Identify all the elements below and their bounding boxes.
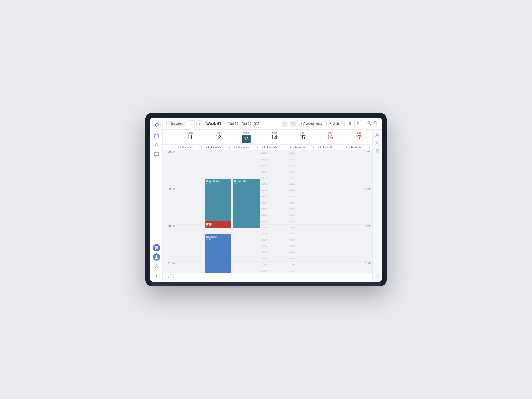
slot-mon-1040[interactable]	[176, 249, 204, 255]
chat-button[interactable]	[153, 244, 160, 251]
slot-sat-0940[interactable]	[316, 212, 344, 218]
slot-sat-1010[interactable]	[316, 231, 344, 237]
event-tue-operation[interactable]: Operation10:16	[205, 234, 232, 273]
slot-wed-0820[interactable]	[232, 163, 260, 169]
time-grid-scroll[interactable]: 08:0009:0010:0011:00Consultation08:46Bre…	[163, 150, 372, 273]
day-header-fri[interactable]: Fri 15	[288, 130, 316, 144]
slot-mon-1030[interactable]	[176, 243, 204, 249]
day-col-fri[interactable]: 08:0008:1008:2008:3008:4008:5009:0009:10…	[288, 150, 316, 273]
slot-mon-1110[interactable]	[176, 268, 204, 273]
slot-wed-0810[interactable]	[232, 157, 260, 163]
slot-thu-1030[interactable]: 10:30	[260, 243, 288, 249]
slot-sun-1010[interactable]	[344, 231, 372, 237]
slot-fri-1010[interactable]: 10:10	[288, 231, 316, 237]
slot-mon-1100[interactable]	[176, 262, 204, 268]
slot-fri-0840[interactable]: 08:40	[288, 175, 316, 181]
search-icon[interactable]	[373, 121, 378, 127]
slot-fri-0850[interactable]: 08:50	[288, 181, 316, 187]
slot-sun-0910[interactable]	[344, 194, 372, 200]
slot-sun-1050[interactable]	[344, 255, 372, 262]
staff-dots-wed[interactable]: ⋮	[256, 146, 259, 149]
staff-dots-fri[interactable]: ⋮	[312, 146, 315, 149]
slot-wed-1020[interactable]	[232, 237, 260, 243]
slot-sat-1100[interactable]	[316, 262, 344, 268]
slot-mon-1010[interactable]	[176, 231, 204, 237]
slot-sat-0930[interactable]	[316, 206, 344, 212]
slot-fri-1110[interactable]: 11:10	[288, 268, 316, 273]
slot-tue-0830[interactable]	[204, 169, 232, 175]
slot-wed-1100[interactable]	[232, 262, 260, 268]
appointments-toggle[interactable]: 👁 Appointments	[297, 120, 325, 127]
slot-sat-0800[interactable]	[316, 150, 344, 157]
slot-sun-0930[interactable]	[344, 206, 372, 212]
slot-mon-1050[interactable]	[176, 255, 204, 262]
nav-fwd-button[interactable]: ›	[173, 274, 180, 281]
slot-fri-0950[interactable]: 09:50	[288, 218, 316, 225]
slot-fri-1040[interactable]: 10:40	[288, 249, 316, 255]
day-col-thu[interactable]: 08:0008:1008:2008:3008:4008:5009:0009:10…	[260, 150, 289, 273]
staff-dots-sun[interactable]: ⋮	[368, 146, 371, 149]
slot-wed-0800[interactable]	[232, 150, 260, 157]
slot-wed-1030[interactable]	[232, 243, 260, 249]
slot-sat-0950[interactable]	[316, 218, 344, 225]
slot-fri-1050[interactable]: 10:50	[288, 255, 316, 262]
slot-thu-0950[interactable]: 09:50	[260, 218, 288, 225]
staff-dots-sat[interactable]: ⋮	[340, 146, 343, 149]
slot-tue-0810[interactable]	[204, 157, 232, 163]
rp-scroll-up[interactable]: ‹	[374, 265, 380, 271]
filter-collapse-button[interactable]: «	[282, 121, 288, 127]
slot-fri-0910[interactable]: 09:10	[288, 194, 316, 200]
slot-thu-0920[interactable]: 09:20	[260, 200, 288, 206]
slot-sat-0850[interactable]	[316, 181, 344, 187]
slot-mon-1020[interactable]	[176, 237, 204, 243]
slot-fri-0800[interactable]: 08:00	[288, 150, 316, 157]
slot-thu-0830[interactable]: 08:30	[260, 169, 288, 175]
slot-mon-0840[interactable]	[176, 175, 204, 181]
event-wed-consultation[interactable]: Consultation08:46	[233, 179, 260, 228]
slot-sun-1030[interactable]	[344, 243, 372, 249]
day-header-mon[interactable]: Mon 11	[176, 130, 204, 144]
sidebar-item-euro[interactable]: €	[153, 160, 160, 167]
slot-sun-0940[interactable]	[344, 212, 372, 218]
day-col-sat[interactable]	[316, 150, 345, 273]
day-header-sun[interactable]: Sun 17	[344, 130, 372, 144]
day-header-wed[interactable]: Wed 13	[232, 130, 260, 144]
rp-person-icon[interactable]	[374, 132, 380, 138]
slot-fri-0820[interactable]: 08:20	[288, 163, 316, 169]
slot-thu-1110[interactable]: 11:10	[260, 268, 288, 273]
slot-fri-0900[interactable]: 09:00	[288, 187, 316, 194]
slot-mon-0800[interactable]	[176, 150, 204, 157]
close-filter-button[interactable]: ✕	[290, 121, 296, 127]
slot-sun-0920[interactable]	[344, 200, 372, 206]
settings-gear-button[interactable]: ⚙	[354, 120, 362, 127]
slot-sun-0900[interactable]	[344, 187, 372, 194]
slot-tue-0800[interactable]	[204, 150, 232, 157]
slot-sat-0820[interactable]	[316, 163, 344, 169]
slot-sat-1030[interactable]	[316, 243, 344, 249]
slot-thu-0820[interactable]: 08:20	[260, 163, 288, 169]
slot-fri-0930[interactable]: 09:30	[288, 206, 316, 212]
slot-fri-0810[interactable]: 08:10	[288, 157, 316, 163]
slot-sun-1000[interactable]	[344, 225, 372, 231]
slot-mon-1000[interactable]	[176, 225, 204, 231]
slot-mon-0810[interactable]	[176, 157, 204, 163]
rp-scroll-down[interactable]: ›	[374, 273, 380, 279]
staff-dots-thu[interactable]: ⋮	[284, 146, 287, 149]
event-tue-consultation[interactable]: Consultation08:46	[205, 179, 232, 228]
slot-sun-0840[interactable]	[344, 175, 372, 181]
slot-thu-0840[interactable]: 08:40	[260, 175, 288, 181]
slot-thu-1040[interactable]: 10:40	[260, 249, 288, 255]
slot-sun-1100[interactable]	[344, 262, 372, 268]
user-icon[interactable]	[366, 121, 371, 127]
slot-fri-1030[interactable]: 10:30	[288, 243, 316, 249]
slot-mon-0920[interactable]	[176, 200, 204, 206]
slot-thu-0850[interactable]: 08:50	[260, 181, 288, 187]
slot-sat-1040[interactable]	[316, 249, 344, 255]
slot-sat-0840[interactable]	[316, 175, 344, 181]
slot-sat-0920[interactable]	[316, 200, 344, 206]
slot-thu-1100[interactable]: 11:00	[260, 262, 288, 268]
slot-sat-1020[interactable]	[316, 237, 344, 243]
slot-thu-1020[interactable]: 10:20	[260, 237, 288, 243]
sidebar-item-person[interactable]	[153, 141, 160, 149]
slot-mon-0930[interactable]	[176, 206, 204, 212]
